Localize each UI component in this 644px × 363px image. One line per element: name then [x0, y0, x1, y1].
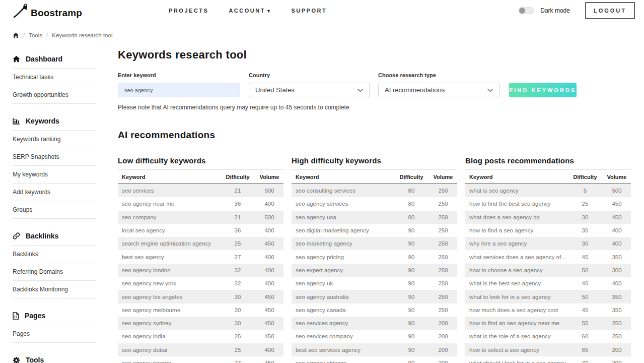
table-row: why hire a seo agency30400 [465, 237, 631, 250]
sidebar-item-my-keywords[interactable]: My keywords [13, 166, 96, 184]
sidebar-group-keywords: KeywordsKeywords rankingSERP SnapshotsMy… [13, 111, 96, 219]
table-row: seo agency india25450 [118, 330, 283, 343]
difficulty-cell: 35 [567, 227, 603, 233]
table-row: how much does a seo agency cost45350 [465, 304, 631, 317]
nav-account[interactable]: ACCOUNT▾ [229, 8, 271, 14]
sidebar-item-add-keywords[interactable]: Add keywords [13, 184, 96, 201]
breadcrumb-tools[interactable]: Tools [29, 32, 42, 38]
table-row: seo agency usa80250 [292, 211, 457, 224]
volume-cell: 400 [255, 254, 283, 260]
table-row: seo agency los angeles30450 [118, 290, 283, 303]
volume-cell: 350 [603, 294, 631, 300]
sidebar-section-dashboard[interactable]: Dashboard [13, 49, 96, 69]
keyword-cell: seo expert agency [292, 267, 394, 273]
sidebar-section-tools[interactable]: Tools [13, 350, 96, 363]
table-row: seo digital marketing agency90250 [292, 224, 457, 237]
difficulty-cell: 30 [567, 240, 603, 247]
table-body: what is seo agency5500how to find the be… [465, 184, 631, 363]
sidebar-item-keywords-ranking[interactable]: Keywords ranking [13, 131, 96, 148]
sidebar-item-referring-domains[interactable]: Referring Domains [13, 263, 96, 281]
volume-cell: 500 [255, 188, 283, 194]
volume-cell: 400 [603, 280, 631, 286]
volume-cell: 250 [429, 201, 457, 207]
link-icon [13, 232, 20, 239]
difficulty-cell: 30 [220, 320, 255, 326]
volume-cell: 200 [603, 360, 631, 363]
keyword-cell: how to find a seo agency [465, 227, 567, 233]
sidebar-item-pages[interactable]: Pages [13, 325, 96, 343]
sidebar-item-backlinks[interactable]: Backlinks [13, 246, 96, 263]
difficulty-cell: 36 [220, 227, 255, 233]
sidebar-item-serp-snapshots[interactable]: SERP Snapshots [13, 148, 96, 166]
table-body: seo consulting services80250seo agency s… [292, 184, 457, 363]
sidebar-section-label: Pages [25, 312, 45, 320]
rocket-icon [13, 3, 30, 19]
volume-cell: 450 [603, 201, 631, 207]
keyword-cell: seo agency los angeles [118, 294, 220, 300]
table-row: seo services company90200 [292, 330, 457, 343]
volume-cell: 250 [429, 214, 457, 220]
table-row: seo agency new york32400 [118, 277, 283, 290]
table-row: what should i look for in a seo agency70… [465, 356, 631, 363]
keyword-cell: what to look for in a seo agency [465, 294, 567, 300]
table-title: Low difficulty keywords [118, 156, 283, 170]
column-header-difficulty: Difficulty [567, 174, 603, 180]
sidebar-section-backlinks[interactable]: Backlinks [13, 226, 96, 246]
sidebar-section-label: Keywords [26, 117, 59, 125]
keyword-cell: seo agency dubai [118, 347, 220, 353]
table-row: seo agency toronto27450 [118, 356, 283, 363]
sidebar-item-groups[interactable]: Groups [13, 201, 96, 219]
volume-cell: 400 [603, 240, 631, 247]
table-row: what does a seo agency do30450 [465, 211, 631, 224]
brand-logo[interactable]: Boostramp [13, 3, 82, 19]
sidebar-item-technical-tasks[interactable]: Technical tasks [13, 69, 96, 86]
volume-cell: 350 [603, 307, 631, 313]
difficulty-cell: 25 [220, 240, 255, 247]
nav-projects[interactable]: PROJECTS [169, 8, 208, 14]
research-type-select[interactable]: AI recommendations [378, 83, 499, 97]
home-icon[interactable] [13, 32, 19, 38]
volume-cell: 400 [255, 227, 283, 233]
nav-support[interactable]: SUPPORT [291, 8, 327, 14]
find-keywords-button[interactable]: FIND KEYWORDS [509, 83, 577, 97]
results-section-title: AI recommendations [118, 130, 631, 141]
keyword-search-form: Enter keyword Country United States Choo… [118, 72, 631, 97]
volume-cell: 250 [429, 294, 457, 300]
table-row: what to look for in a seo agency50350 [465, 290, 631, 303]
dark-mode-toggle[interactable] [519, 7, 534, 14]
volume-cell: 200 [603, 347, 631, 353]
table-row: seo agency melbourne30450 [118, 304, 283, 317]
volume-cell: 250 [429, 240, 457, 247]
table-row: seo agency sydney30450 [118, 317, 283, 330]
sidebar-section-keywords[interactable]: Keywords [13, 111, 96, 131]
country-label: Country [249, 72, 370, 78]
keyword-cell: search engine optimization agency [118, 240, 220, 247]
volume-cell: 250 [603, 320, 631, 326]
keyword-cell: seo agency india [118, 333, 220, 339]
sidebar-item-backlinks-monitoring[interactable]: Backlinks Monitoring [13, 281, 96, 298]
table-high-difficulty-keywords: High difficulty keywordsKeywordDifficult… [292, 156, 457, 363]
difficulty-cell: 70 [567, 360, 603, 363]
keyword-input[interactable] [118, 83, 240, 97]
logout-button[interactable]: LOGOUT [585, 2, 635, 19]
keyword-cell: seo services company [292, 333, 394, 339]
volume-cell: 400 [255, 347, 283, 353]
volume-cell: 300 [603, 267, 631, 273]
column-header-difficulty: Difficulty [394, 174, 429, 180]
sidebar-item-growth-opportunities[interactable]: Growth opportunities [13, 86, 96, 104]
table-row: seo agency uk90250 [292, 277, 457, 290]
home-icon [13, 55, 20, 63]
table-row: best seo services agency90200 [292, 343, 457, 356]
sidebar-section-pages[interactable]: Pages [13, 306, 96, 325]
country-field-group: Country United States [249, 72, 370, 97]
difficulty-cell: 30 [567, 214, 603, 220]
keyword-cell: seo agency new york [118, 280, 220, 286]
research-type-select-value: AI recommendations [385, 86, 445, 94]
topbar-right: Dark mode LOGOUT [519, 2, 635, 19]
difficulty-cell: 32 [220, 280, 255, 286]
volume-cell: 200 [429, 320, 457, 326]
difficulty-cell: 50 [567, 267, 603, 273]
country-select[interactable]: United States [249, 83, 370, 97]
volume-cell: 250 [429, 254, 457, 260]
table-row: how to find the best seo agency25450 [465, 197, 631, 210]
